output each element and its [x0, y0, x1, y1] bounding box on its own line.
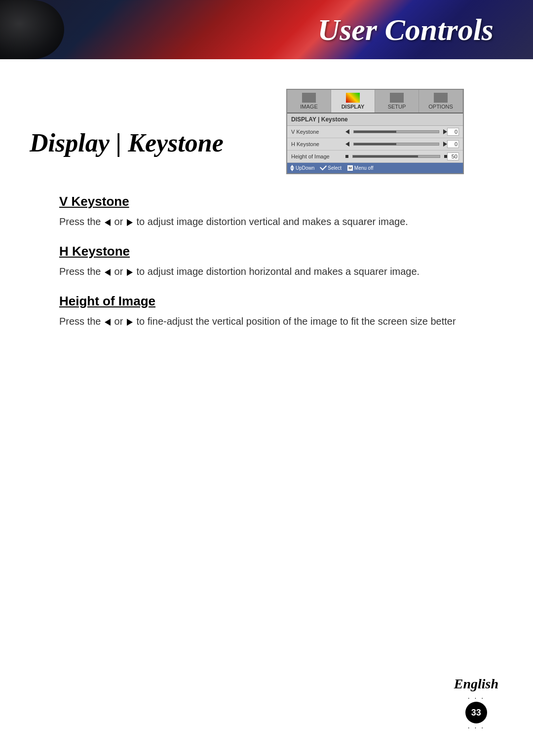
options-tab-label: OPTIONS — [428, 104, 453, 110]
nav-select-label: Select — [328, 165, 342, 171]
menu-row-heightofimage: Height of Image 50 — [287, 151, 463, 163]
down-arrow-icon — [290, 168, 294, 171]
menu-off-icon: M — [347, 165, 353, 171]
left-arrow-icon — [105, 219, 111, 226]
right-arrow-icon-h — [127, 269, 133, 276]
main-content: Display | Keystone IMAGE DISPLAY SETUP — [0, 59, 533, 363]
vkeystone-text-before: Press the — [59, 216, 101, 227]
setup-tab-icon — [390, 93, 404, 103]
vkeystone-label: V Keystone — [291, 129, 345, 135]
left-arrow-icon-height — [105, 319, 111, 326]
nav-select: Select — [320, 165, 342, 171]
vkeystone-arrow-left-icon — [345, 129, 349, 134]
options-tab-icon — [434, 93, 448, 103]
updown-icon — [290, 165, 294, 171]
hkeystone-label: H Keystone — [291, 141, 345, 147]
hkeystone-section-title: H Keystone — [59, 244, 503, 259]
heightofimage-section-title: Height of Image — [59, 294, 503, 309]
vkeystone-description: Press the or to adjust image distortion … — [59, 214, 503, 229]
section-heightofimage: Height of Image Press the or to fine-adj… — [59, 294, 503, 329]
image-tab-label: IMAGE — [300, 104, 317, 110]
nav-menuoff: M Menu off — [347, 165, 373, 171]
menu-tab-setup[interactable]: SETUP — [375, 90, 419, 113]
hkeystone-slider — [353, 143, 439, 146]
heightofimage-slider — [352, 155, 440, 158]
language-label: English — [454, 676, 498, 692]
vkeystone-text-or: or — [114, 216, 123, 227]
top-section: Display | Keystone IMAGE DISPLAY SETUP — [30, 79, 503, 174]
display-tab-label: DISPLAY — [342, 104, 365, 110]
hkeystone-text-or: or — [114, 266, 123, 277]
heightofimage-fill — [353, 155, 418, 157]
vkeystone-slider — [353, 130, 439, 133]
menu-nav-bar: UpDown Select M Menu off — [287, 163, 463, 173]
menu-screenshot: IMAGE DISPLAY SETUP OPTIONS DISPLAY | Ke… — [286, 89, 464, 174]
dots-top: · · · — [454, 694, 498, 702]
header-lens-image — [0, 0, 64, 59]
hkeystone-fill — [354, 143, 396, 145]
menu-tab-display[interactable]: DISPLAY — [331, 90, 375, 113]
display-tab-icon — [346, 93, 360, 103]
section-hkeystone: H Keystone Press the or to adjust image … — [59, 244, 503, 279]
heightofimage-label: Height of Image — [291, 153, 345, 159]
title-area: Display | Keystone — [30, 79, 266, 172]
right-arrow-icon — [127, 219, 133, 226]
vkeystone-text-after: to adjust image distortion vertical and … — [137, 216, 408, 227]
page-number: 33 — [465, 702, 487, 723]
hkeystone-arrow-left-icon — [345, 142, 349, 147]
hkeystone-text-after: to adjust image distortion horizontal an… — [137, 266, 420, 277]
vkeystone-fill — [354, 131, 396, 133]
nav-menuoff-label: Menu off — [354, 165, 374, 171]
hkeystone-text-before: Press the — [59, 266, 101, 277]
nav-updown-label: UpDown — [296, 165, 314, 171]
menu-row-vkeystone: V Keystone 0 — [287, 126, 463, 138]
heightofimage-text-before: Press the — [59, 316, 101, 327]
heightofimage-value: 50 — [447, 152, 459, 160]
menu-tab-options[interactable]: OPTIONS — [419, 90, 463, 113]
hkeystone-description: Press the or to adjust image distortion … — [59, 264, 503, 279]
menu-tabs: IMAGE DISPLAY SETUP OPTIONS — [287, 90, 463, 113]
nav-updown: UpDown — [290, 165, 314, 171]
header-title: User Controls — [317, 12, 494, 47]
page-title: Display | Keystone — [30, 128, 224, 157]
image-tab-icon — [302, 93, 316, 103]
menu-row-hkeystone: H Keystone 0 — [287, 138, 463, 151]
menu-header-row: DISPLAY | Keystone — [287, 113, 463, 126]
left-arrow-icon-h — [105, 269, 111, 276]
vkeystone-arrow-right-icon — [443, 129, 447, 134]
vkeystone-value: 0 — [447, 128, 459, 136]
page-number-container: · · · 33 · · · — [454, 694, 498, 731]
language-badge: English · · · 33 · · · — [454, 676, 498, 731]
dots-bottom: · · · — [454, 723, 498, 731]
enter-icon — [320, 163, 327, 170]
heightofimage-icon-left — [345, 155, 348, 158]
hkeystone-value: 0 — [447, 140, 459, 148]
menu-tab-image[interactable]: IMAGE — [287, 90, 331, 113]
hkeystone-arrow-right-icon — [443, 142, 447, 147]
heightofimage-text-or: or — [114, 316, 123, 327]
right-arrow-icon-height — [127, 319, 133, 326]
section-vkeystone: V Keystone Press the or to adjust image … — [59, 194, 503, 229]
heightofimage-text-after: to fine-adjust the vertical position of … — [137, 316, 456, 327]
up-arrow-icon — [290, 165, 294, 168]
setup-tab-label: SETUP — [388, 104, 406, 110]
page-header: User Controls — [0, 0, 533, 59]
vkeystone-section-title: V Keystone — [59, 194, 503, 209]
heightofimage-description: Press the or to fine-adjust the vertical… — [59, 314, 503, 329]
